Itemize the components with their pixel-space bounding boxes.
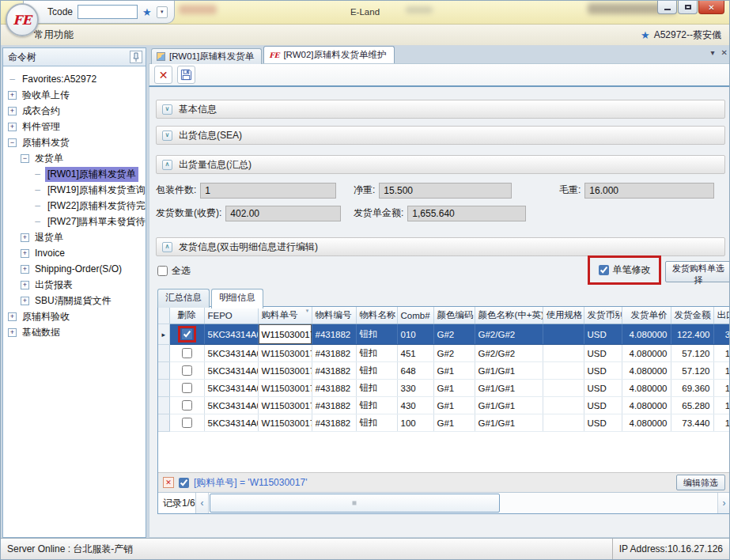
cell[interactable]: #431882 [312,324,356,345]
tree-item[interactable]: +料件管理 [3,119,146,134]
tree-item[interactable]: Favorites:A52972 [3,71,146,87]
cell[interactable]: 451 [397,345,433,362]
cell[interactable] [543,414,584,432]
cell[interactable]: 330 [397,380,433,397]
cell-delete[interactable] [169,380,204,397]
column-header[interactable]: 物料名称 [356,307,397,324]
app-logo[interactable]: FE [6,3,39,36]
cell[interactable]: 010 [397,324,433,345]
expand-icon[interactable]: + [8,312,17,321]
cell[interactable]: 4.080000 [622,380,671,397]
cell[interactable]: USD [584,380,622,397]
cancel-button[interactable]: ✕ [154,66,172,84]
column-header[interactable]: FEPO [204,307,258,324]
cell[interactable] [543,397,584,414]
collapse-icon[interactable]: − [8,138,17,147]
table-row[interactable]: 5KC34314A02W115030017#431882钮扣330G#1G#1/… [158,380,730,397]
table-row[interactable]: 5KC34314A02W115030017#431882钮扣451G#2G#2/… [158,345,730,362]
expand-icon[interactable]: + [8,107,17,115]
cell[interactable]: G#2 [433,345,475,362]
tree-item[interactable]: [RW01]原辅料发货单 [3,166,146,182]
column-header[interactable]: 发货单价 [622,307,671,324]
tree-item[interactable]: [RW27]購料單未發貨待完结 [3,214,146,229]
cell[interactable]: 钮扣 [356,345,397,362]
section-quantity-summary[interactable]: 出货量信息(汇总) [156,155,725,174]
chevron-up-icon[interactable] [162,160,172,170]
cell[interactable]: 5KC34314A02 [204,414,258,432]
row-delete-checkbox[interactable] [182,383,192,393]
cell-delete[interactable] [169,362,204,380]
scroll-right-icon[interactable]: › [717,493,730,513]
cell[interactable]: 648 [397,362,433,380]
cell[interactable]: G#1 [433,362,475,380]
cell[interactable]: USD [584,362,622,380]
cell[interactable]: 4.080000 [622,345,671,362]
tree-item[interactable]: −原辅料发货 [3,134,146,150]
select-all[interactable]: 全选 [157,264,191,278]
cell[interactable]: 57.120 [671,345,713,362]
cell[interactable]: G#2/G#2 [475,345,543,362]
tree-item[interactable]: +Invoice [3,245,146,261]
cell[interactable] [543,345,584,362]
cell[interactable]: 17 [713,380,730,397]
cell[interactable]: #431882 [312,414,356,432]
cell[interactable]: W115030017 [258,362,312,380]
column-header[interactable]: 发货币别 [584,307,622,324]
chevron-down-icon[interactable]: ▾ [711,48,715,57]
favorite-star-icon[interactable]: ★ [142,7,152,17]
chevron-up-icon[interactable] [162,242,172,252]
cell[interactable]: W115030017 [258,414,312,432]
cell[interactable]: #431882 [312,397,356,414]
cell[interactable]: 14 [713,345,730,362]
column-header[interactable]: Comb# [397,307,433,324]
minimize-button[interactable] [657,1,677,14]
cell[interactable]: 14 [713,362,730,380]
document-tab[interactable]: FE[RW02]原辅料发货单维护 [263,46,394,63]
tree-item[interactable]: +SBU清關提貨文件 [3,293,146,308]
expand-icon[interactable]: + [21,233,29,242]
tree-item[interactable]: +验收单上传 [3,87,146,103]
cell[interactable]: #431882 [312,345,356,362]
cell[interactable]: W115030017 [258,380,312,397]
filter-checkbox[interactable] [179,478,189,488]
section-basic-info[interactable]: 基本信息 [156,100,725,119]
cell[interactable]: 钮扣 [356,414,397,432]
cell[interactable]: USD [584,414,622,432]
cell[interactable]: 钮扣 [356,380,397,397]
cell[interactable]: G#1/G#1 [475,362,543,380]
tree-item[interactable]: +退货单 [3,229,146,245]
expand-icon[interactable]: + [21,281,29,289]
cell-delete[interactable] [169,324,204,345]
scrollbar-thumb[interactable] [210,494,500,513]
cell[interactable]: G#1/G#1 [475,397,543,414]
tcode-input[interactable] [78,5,138,19]
single-edit-checkbox[interactable] [599,265,609,275]
cell[interactable]: 5KC34314A02 [204,324,258,345]
scroll-left-icon[interactable]: ‹ [196,493,209,513]
cell[interactable]: 30 [713,324,730,345]
chevron-down-icon[interactable] [162,104,172,115]
cell[interactable]: 65.280 [671,397,713,414]
column-header[interactable]: 删除 [169,307,204,324]
tree-item[interactable]: +Shipping-Order(S/O) [3,261,146,277]
cell[interactable] [543,324,584,345]
expand-icon[interactable]: + [8,91,17,100]
column-header[interactable]: 使用规格 [543,307,584,324]
cell[interactable]: 430 [397,397,433,414]
row-delete-checkbox[interactable] [182,418,192,428]
row-delete-checkbox[interactable] [182,365,192,376]
cell[interactable] [543,362,584,380]
tree-item[interactable]: [RW19]原辅料发货查询 [3,182,146,198]
collapse-icon[interactable]: − [21,154,29,163]
tree-item[interactable]: +出货报表 [3,277,146,293]
cell[interactable] [543,380,584,397]
close-button[interactable]: ✕ [698,1,724,14]
cell[interactable]: G#1 [433,397,475,414]
expand-icon[interactable]: + [21,265,29,274]
table-row[interactable]: ▸5KC34314A02W115030017#431882钮扣010G#2G#2… [158,324,730,345]
cell[interactable]: 4.080000 [622,414,671,432]
tree-item[interactable]: −发货单 [3,150,146,166]
table-row[interactable]: 5KC34314A02W115030017#431882钮扣100G#1G#1/… [158,414,730,432]
maximize-button[interactable] [678,1,698,14]
row-delete-checkbox[interactable] [182,329,192,339]
